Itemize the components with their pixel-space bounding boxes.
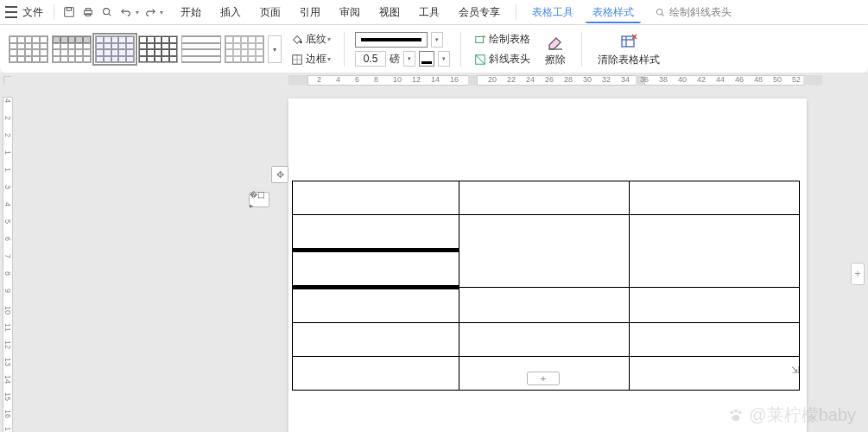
clear-style-label: 清除表格样式 [598,53,660,67]
search-icon [655,7,666,18]
svg-point-25 [738,410,742,414]
table-style-6[interactable] [225,35,264,63]
line-weight-unit: 磅 [390,52,400,67]
diag-header-label: 斜线表头 [489,52,530,67]
preview-icon[interactable] [99,4,115,20]
table-add-row-button[interactable]: + [527,372,560,385]
separator [581,32,582,67]
table-move-handle[interactable]: ✥ [271,166,288,183]
clear-style-button[interactable]: 清除表格样式 [592,30,665,69]
svg-rect-1 [67,8,71,11]
save-icon[interactable] [61,4,77,20]
watermark: @莱柠檬baby [726,403,856,427]
search-text: 绘制斜线表头 [669,5,732,20]
tab-view[interactable]: 视图 [372,2,407,23]
table-style-1[interactable] [9,35,48,63]
ribbon-tabs: 开始 插入 页面 引用 审阅 视图 工具 会员专享 表格工具 表格样式 [174,2,641,23]
eraser-icon [546,32,565,51]
table-style-4[interactable] [138,35,178,63]
chevron-down-icon: ▾ [327,35,331,43]
table-row[interactable] [293,323,800,357]
tab-reference[interactable]: 引用 [293,2,327,23]
table-row[interactable] [293,288,800,323]
svg-line-16 [476,54,485,64]
undo-icon[interactable] [118,4,134,20]
undo-more-icon[interactable]: ▾ [136,9,139,16]
divider [54,4,54,20]
svg-point-7 [656,9,662,15]
svg-rect-3 [86,9,90,11]
paw-icon [726,406,745,425]
svg-rect-13 [476,36,484,42]
separator [344,32,345,67]
line-weight-dropdown[interactable]: ▾ [403,51,415,67]
workspace: 2468101214162022242628303234363840424446… [0,73,868,432]
svg-point-24 [734,409,738,412]
svg-point-5 [104,9,110,15]
tab-review[interactable]: 审阅 [333,2,367,23]
table-style-2[interactable] [52,35,92,63]
svg-point-23 [731,410,734,414]
draw-table-label: 绘制表格 [489,32,530,47]
print-icon[interactable] [80,4,96,20]
shading-label: 底纹 [306,32,326,47]
document-table[interactable] [292,181,800,391]
table-style-5[interactable] [181,35,221,63]
diag-header-icon [474,54,486,66]
document-page[interactable]: ✥ �囗▸ + ⇲ [288,98,807,432]
table-style-more[interactable]: ▾ [268,35,282,63]
watermark-text: @莱柠檬baby [749,403,856,427]
eraser-button[interactable]: 擦除 [540,30,571,69]
eraser-label: 擦除 [545,53,566,67]
table-style-gallery: ▾ [9,35,282,63]
pen-style-dropdown[interactable]: ▾ [431,32,443,48]
menubar: 文件 ▾ ▾ 开始 插入 页面 引用 审阅 视图 工具 会员专享 表格工具 表格… [0,0,868,25]
search-box[interactable]: 绘制斜线表头 [655,5,732,20]
tab-start[interactable]: 开始 [174,2,208,23]
bucket-icon [291,34,303,46]
ribbon: ▾ 底纹 ▾ 边框 ▾ ▾ 0.5 磅 ▾ ▾ 绘制表格 [0,25,868,74]
ruler-vertical[interactable]: 422113456789101112131415161718 [0,88,16,432]
tab-table-style[interactable]: 表格样式 [586,2,641,23]
svg-line-6 [109,14,111,16]
redo-icon[interactable] [143,4,158,20]
line-weight-value[interactable]: 0.5 [355,51,386,67]
table-style-3[interactable] [95,35,135,63]
separator [460,32,461,67]
pen-style-preview[interactable] [355,32,428,48]
diag-header-button[interactable]: 斜线表头 [472,51,533,67]
side-add-button[interactable]: + [851,263,865,285]
svg-rect-0 [65,8,74,17]
tab-tools[interactable]: 工具 [412,2,447,23]
tab-table-tools[interactable]: 表格工具 [525,2,580,23]
qat-more-icon[interactable]: ▾ [160,9,163,16]
pen-color-swatch[interactable] [419,51,434,67]
table-resize-handle[interactable]: ⇲ [791,365,801,375]
chevron-down-icon: ▾ [327,55,331,63]
tab-insert[interactable]: 插入 [213,2,248,23]
clear-style-icon [619,32,638,51]
border-label: 边框 [306,52,326,67]
svg-point-26 [732,415,740,421]
border-button[interactable]: 边框 ▾ [288,51,333,67]
svg-point-9 [300,41,301,42]
ruler-corner [3,76,11,84]
table-row-widget[interactable]: �囗▸ [249,192,269,207]
ruler-horizontal[interactable]: 2468101214162022242628303234363840424446… [17,73,868,88]
table-row[interactable] [293,181,800,215]
table-row[interactable] [293,215,800,251]
tab-page[interactable]: 页面 [253,2,288,23]
menu-icon[interactable] [5,6,17,18]
tab-member[interactable]: 会员专享 [452,2,507,23]
divider [516,4,516,20]
file-menu[interactable]: 文件 [22,5,43,20]
pen-color-dropdown[interactable]: ▾ [438,51,450,67]
svg-line-8 [662,14,663,16]
svg-rect-18 [622,36,634,47]
draw-table-button[interactable]: 绘制表格 [472,31,533,48]
draw-table-icon [474,34,486,46]
shading-button[interactable]: 底纹 ▾ [288,31,333,48]
border-icon [291,54,303,66]
